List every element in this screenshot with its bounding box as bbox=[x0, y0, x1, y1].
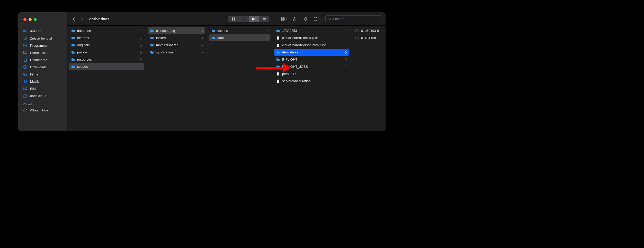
sidebar-item-ohneicloud[interactable]: ohneicloud bbox=[20, 92, 65, 99]
chevron-right-icon: ❯ bbox=[201, 29, 203, 32]
image-icon bbox=[23, 86, 28, 91]
svg-rect-16 bbox=[242, 20, 245, 20]
column-2[interactable]: cloudsharing❯locked❯momentshared❯syndica… bbox=[146, 26, 207, 131]
tags-button[interactable] bbox=[301, 15, 310, 23]
view-list-button[interactable] bbox=[238, 16, 249, 22]
svg-point-6 bbox=[24, 82, 25, 83]
folder-item[interactable]: resources❯ bbox=[69, 56, 144, 63]
folder-item[interactable]: locked❯ bbox=[148, 34, 205, 41]
chevron-right-icon: ❯ bbox=[266, 29, 268, 32]
sidebar-item-schreibtisch[interactable]: Schreibtisch bbox=[20, 49, 65, 56]
close-window-button[interactable] bbox=[23, 18, 26, 21]
folder-item[interactable]: private❯ bbox=[69, 49, 144, 56]
item-name: cloudSharedEmails.plist bbox=[282, 36, 347, 40]
sidebar-section-icloud: iCloud bbox=[18, 99, 67, 107]
folder-item[interactable]: syndication❯ bbox=[148, 49, 205, 56]
file-item[interactable]: serverconfiguration bbox=[274, 78, 349, 84]
sidebar-item-musik[interactable]: Musik bbox=[20, 78, 65, 85]
folder-icon bbox=[150, 43, 154, 47]
sidebar-item-label: Dokumente bbox=[30, 58, 47, 62]
exec-icon bbox=[355, 36, 359, 40]
toolbar: derivatives ▾ bbox=[67, 12, 386, 26]
folder-item[interactable]: INFLIGHT_JOBS❯ bbox=[274, 63, 349, 70]
sidebar-item-label: ohneicloud bbox=[30, 94, 46, 98]
folder-item[interactable]: INFLIGHT❯ bbox=[274, 56, 349, 63]
folder-item[interactable]: derivatives❯ bbox=[274, 49, 349, 56]
folder-item[interactable]: caches❯ bbox=[209, 27, 270, 34]
film-icon bbox=[23, 72, 28, 77]
item-name: cloudSharedPersonInfos.plist bbox=[282, 43, 347, 47]
item-name: originals bbox=[77, 43, 138, 47]
svg-point-32 bbox=[315, 19, 316, 19]
chevron-right-icon: ❯ bbox=[140, 36, 142, 39]
file-item[interactable]: 0148115d-1 bbox=[353, 34, 384, 41]
chevron-right-icon: ❯ bbox=[266, 36, 268, 39]
forward-button[interactable] bbox=[79, 15, 85, 23]
file-item[interactable]: 01a691d3-8 bbox=[353, 27, 384, 34]
sidebar-item-bilder[interactable]: Bilder bbox=[20, 85, 65, 92]
chevron-down-icon: ▾ bbox=[318, 18, 320, 20]
view-columns-button[interactable] bbox=[249, 16, 259, 22]
column-5[interactable]: 01a691d3-80148115d-1 bbox=[351, 26, 386, 131]
view-gallery-button[interactable] bbox=[259, 16, 269, 22]
fullscreen-window-button[interactable] bbox=[34, 18, 37, 21]
column-3[interactable]: caches❯data❯ bbox=[207, 26, 272, 131]
svg-rect-27 bbox=[283, 19, 285, 21]
file-item[interactable]: cloudSharedPersonInfos.plist bbox=[274, 42, 349, 49]
chevron-right-icon: ❯ bbox=[345, 51, 347, 54]
file-icon bbox=[276, 36, 280, 40]
sidebar-item-dokumente[interactable]: Dokumente bbox=[20, 56, 65, 63]
folder-item[interactable]: cloudsharing❯ bbox=[148, 27, 205, 34]
window-controls bbox=[18, 18, 67, 28]
group-by-button[interactable]: ▾ bbox=[280, 15, 288, 23]
main: derivatives ▾ bbox=[67, 12, 386, 131]
sidebar-item-zuletzt-benutzt[interactable]: Zuletzt benutzt bbox=[20, 35, 65, 42]
folder-item[interactable]: momentshared❯ bbox=[148, 42, 205, 49]
svg-rect-18 bbox=[253, 17, 254, 20]
back-button[interactable] bbox=[71, 15, 77, 23]
file-item[interactable]: cloudSharedEmails.plist bbox=[274, 34, 349, 41]
svg-rect-17 bbox=[252, 17, 253, 20]
file-item[interactable]: personID bbox=[274, 70, 349, 77]
sidebar-item-airdrop[interactable]: AirDrop bbox=[20, 28, 65, 34]
item-name: serverconfiguration bbox=[282, 79, 347, 83]
svg-rect-3 bbox=[23, 51, 27, 54]
column-4[interactable]: 17322853❯cloudSharedEmails.plistcloudSha… bbox=[272, 26, 351, 131]
sidebar-item-label: iCloud Drive bbox=[30, 108, 48, 112]
folder-icon bbox=[276, 58, 280, 62]
sidebar-item-icloud-drive[interactable]: iCloud Drive bbox=[20, 107, 65, 113]
sidebar-item-downloads[interactable]: Downloads bbox=[20, 64, 65, 70]
view-icons-button[interactable] bbox=[228, 16, 238, 22]
search-field[interactable] bbox=[325, 15, 382, 22]
folder-item[interactable]: data❯ bbox=[209, 34, 270, 41]
item-name: INFLIGHT_JOBS bbox=[282, 65, 343, 69]
actions-button[interactable]: ▾ bbox=[312, 15, 321, 23]
folder-item[interactable]: database❯ bbox=[69, 27, 144, 34]
svg-rect-10 bbox=[232, 17, 233, 19]
item-name: derivatives bbox=[282, 50, 343, 54]
folder-item[interactable]: external❯ bbox=[69, 34, 144, 41]
folder-icon bbox=[71, 36, 75, 40]
share-button[interactable] bbox=[290, 15, 299, 23]
folder-item[interactable]: originals❯ bbox=[69, 42, 144, 49]
folder-icon bbox=[150, 50, 154, 54]
minimize-window-button[interactable] bbox=[29, 18, 32, 21]
file-icon bbox=[276, 72, 280, 76]
sidebar-item-programme[interactable]: Programme bbox=[20, 42, 65, 49]
airdrop-icon bbox=[23, 29, 28, 33]
folder-icon bbox=[71, 50, 75, 54]
item-name: external bbox=[77, 36, 138, 40]
sidebar-item-filme[interactable]: Filme bbox=[20, 71, 65, 78]
folder-icon bbox=[276, 65, 280, 69]
search-input[interactable] bbox=[333, 17, 379, 21]
finder-window: AirDropZuletzt benutztProgrammeSchreibti… bbox=[18, 12, 386, 131]
svg-rect-20 bbox=[263, 17, 266, 19]
chevron-right-icon: ❯ bbox=[345, 29, 347, 32]
folder-item[interactable]: scopes❯ bbox=[69, 63, 144, 70]
svg-rect-13 bbox=[234, 19, 235, 21]
column-1[interactable]: database❯external❯originals❯private❯reso… bbox=[67, 26, 146, 131]
item-name: locked bbox=[156, 36, 199, 40]
svg-rect-25 bbox=[283, 17, 285, 18]
chevron-right-icon: ❯ bbox=[345, 65, 347, 68]
folder-item[interactable]: 17322853❯ bbox=[274, 27, 349, 34]
